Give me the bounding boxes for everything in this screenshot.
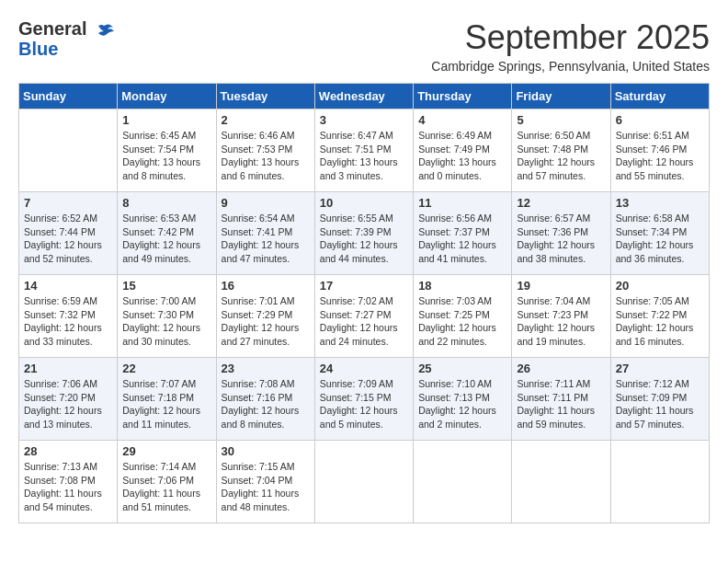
calendar-cell: 15Sunrise: 7:00 AMSunset: 7:30 PMDayligh…	[118, 275, 216, 358]
day-number: 7	[24, 196, 112, 210]
day-number: 21	[24, 362, 112, 375]
day-number: 23	[222, 362, 310, 375]
calendar-cell: 13Sunrise: 6:58 AMSunset: 7:34 PMDayligh…	[610, 192, 709, 275]
day-info: Sunrise: 7:14 AMSunset: 7:06 PMDaylight:…	[122, 460, 210, 514]
day-number: 28	[24, 444, 112, 458]
calendar-cell: 3Sunrise: 6:47 AMSunset: 7:51 PMDaylight…	[314, 109, 413, 192]
calendar-cell	[414, 441, 512, 523]
calendar-cell: 14Sunrise: 6:59 AMSunset: 7:32 PMDayligh…	[19, 275, 118, 358]
day-info: Sunrise: 6:59 AMSunset: 7:32 PMDaylight:…	[24, 294, 112, 349]
calendar-cell	[19, 109, 118, 192]
calendar-cell	[512, 441, 610, 523]
calendar-cell: 2Sunrise: 6:46 AMSunset: 7:53 PMDaylight…	[216, 109, 314, 192]
calendar-cell	[610, 441, 709, 523]
day-number: 20	[616, 279, 704, 293]
logo-bird-icon	[91, 18, 117, 44]
day-info: Sunrise: 7:15 AMSunset: 7:04 PMDaylight:…	[222, 460, 310, 514]
day-info: Sunrise: 7:11 AMSunset: 7:11 PMDaylight:…	[517, 377, 605, 431]
logo-blue: Blue	[18, 39, 58, 60]
calendar-cell: 11Sunrise: 6:56 AMSunset: 7:37 PMDayligh…	[414, 192, 512, 275]
calendar-cell: 21Sunrise: 7:06 AMSunset: 7:20 PMDayligh…	[19, 358, 118, 441]
calendar-cell: 8Sunrise: 6:53 AMSunset: 7:42 PMDaylight…	[118, 192, 216, 275]
calendar-header-row: SundayMondayTuesdayWednesdayThursdayFrid…	[19, 84, 710, 109]
calendar-cell: 26Sunrise: 7:11 AMSunset: 7:11 PMDayligh…	[512, 358, 610, 441]
weekday-header-thursday: Thursday	[414, 84, 512, 109]
day-number: 19	[517, 279, 605, 293]
weekday-header-tuesday: Tuesday	[216, 84, 314, 109]
day-info: Sunrise: 7:07 AMSunset: 7:18 PMDaylight:…	[122, 377, 210, 431]
day-number: 14	[24, 279, 112, 293]
weekday-header-saturday: Saturday	[610, 84, 709, 109]
day-info: Sunrise: 7:06 AMSunset: 7:20 PMDaylight:…	[24, 377, 112, 431]
day-info: Sunrise: 7:10 AMSunset: 7:13 PMDaylight:…	[418, 377, 506, 431]
calendar-cell: 4Sunrise: 6:49 AMSunset: 7:49 PMDaylight…	[414, 109, 512, 192]
logo: General Blue	[18, 18, 117, 60]
calendar-cell: 29Sunrise: 7:14 AMSunset: 7:06 PMDayligh…	[118, 441, 216, 523]
calendar-week-row: 7Sunrise: 6:52 AMSunset: 7:44 PMDaylight…	[19, 192, 710, 275]
calendar-cell: 25Sunrise: 7:10 AMSunset: 7:13 PMDayligh…	[414, 358, 512, 441]
day-info: Sunrise: 7:05 AMSunset: 7:22 PMDaylight:…	[616, 294, 704, 349]
calendar-cell: 9Sunrise: 6:54 AMSunset: 7:41 PMDaylight…	[216, 192, 314, 275]
day-info: Sunrise: 6:54 AMSunset: 7:41 PMDaylight:…	[222, 212, 310, 266]
day-info: Sunrise: 6:50 AMSunset: 7:48 PMDaylight:…	[517, 129, 605, 183]
day-number: 5	[517, 113, 605, 127]
day-info: Sunrise: 7:02 AMSunset: 7:27 PMDaylight:…	[320, 294, 408, 349]
day-number: 27	[616, 362, 704, 375]
day-info: Sunrise: 7:13 AMSunset: 7:08 PMDaylight:…	[24, 460, 112, 514]
day-info: Sunrise: 6:57 AMSunset: 7:36 PMDaylight:…	[517, 212, 605, 266]
calendar-cell: 19Sunrise: 7:04 AMSunset: 7:23 PMDayligh…	[512, 275, 610, 358]
day-number: 25	[418, 362, 506, 375]
day-number: 10	[320, 196, 408, 210]
calendar-table: SundayMondayTuesdayWednesdayThursdayFrid…	[18, 83, 710, 523]
day-number: 24	[320, 362, 408, 375]
day-number: 29	[122, 444, 210, 458]
day-info: Sunrise: 7:01 AMSunset: 7:29 PMDaylight:…	[222, 294, 310, 349]
day-number: 9	[222, 196, 310, 210]
day-info: Sunrise: 7:08 AMSunset: 7:16 PMDaylight:…	[222, 377, 310, 431]
day-info: Sunrise: 6:46 AMSunset: 7:53 PMDaylight:…	[222, 129, 310, 183]
day-number: 2	[222, 113, 310, 127]
day-info: Sunrise: 6:56 AMSunset: 7:37 PMDaylight:…	[418, 212, 506, 266]
logo-general: General	[18, 18, 86, 39]
day-info: Sunrise: 6:47 AMSunset: 7:51 PMDaylight:…	[320, 129, 408, 183]
calendar-cell: 30Sunrise: 7:15 AMSunset: 7:04 PMDayligh…	[216, 441, 314, 523]
weekday-header-friday: Friday	[512, 84, 610, 109]
day-info: Sunrise: 6:51 AMSunset: 7:46 PMDaylight:…	[616, 129, 704, 183]
calendar-cell: 5Sunrise: 6:50 AMSunset: 7:48 PMDaylight…	[512, 109, 610, 192]
day-info: Sunrise: 7:00 AMSunset: 7:30 PMDaylight:…	[122, 294, 210, 349]
calendar-cell: 20Sunrise: 7:05 AMSunset: 7:22 PMDayligh…	[610, 275, 709, 358]
location-subtitle: Cambridge Springs, Pennsylvania, United …	[431, 59, 710, 74]
calendar-cell: 24Sunrise: 7:09 AMSunset: 7:15 PMDayligh…	[314, 358, 413, 441]
day-number: 15	[122, 279, 210, 293]
day-number: 30	[222, 444, 310, 458]
day-number: 18	[418, 279, 506, 293]
day-number: 3	[320, 113, 408, 127]
day-number: 11	[418, 196, 506, 210]
day-number: 17	[320, 279, 408, 293]
day-info: Sunrise: 6:52 AMSunset: 7:44 PMDaylight:…	[24, 212, 112, 266]
calendar-cell: 1Sunrise: 6:45 AMSunset: 7:54 PMDaylight…	[118, 109, 216, 192]
day-info: Sunrise: 6:49 AMSunset: 7:49 PMDaylight:…	[418, 129, 506, 183]
day-info: Sunrise: 7:04 AMSunset: 7:23 PMDaylight:…	[517, 294, 605, 349]
calendar-cell: 17Sunrise: 7:02 AMSunset: 7:27 PMDayligh…	[314, 275, 413, 358]
day-info: Sunrise: 6:58 AMSunset: 7:34 PMDaylight:…	[616, 212, 704, 266]
title-area: September 2025 Cambridge Springs, Pennsy…	[431, 18, 710, 74]
day-number: 26	[517, 362, 605, 375]
calendar-cell: 7Sunrise: 6:52 AMSunset: 7:44 PMDaylight…	[19, 192, 118, 275]
calendar-cell: 22Sunrise: 7:07 AMSunset: 7:18 PMDayligh…	[118, 358, 216, 441]
calendar-week-row: 21Sunrise: 7:06 AMSunset: 7:20 PMDayligh…	[19, 358, 710, 441]
day-number: 22	[122, 362, 210, 375]
calendar-cell: 12Sunrise: 6:57 AMSunset: 7:36 PMDayligh…	[512, 192, 610, 275]
day-info: Sunrise: 6:53 AMSunset: 7:42 PMDaylight:…	[122, 212, 210, 266]
calendar-cell: 18Sunrise: 7:03 AMSunset: 7:25 PMDayligh…	[414, 275, 512, 358]
calendar-cell	[314, 441, 413, 523]
calendar-cell: 23Sunrise: 7:08 AMSunset: 7:16 PMDayligh…	[216, 358, 314, 441]
weekday-header-wednesday: Wednesday	[314, 84, 413, 109]
calendar-week-row: 1Sunrise: 6:45 AMSunset: 7:54 PMDaylight…	[19, 109, 710, 192]
day-number: 6	[616, 113, 704, 127]
day-number: 16	[222, 279, 310, 293]
day-info: Sunrise: 7:09 AMSunset: 7:15 PMDaylight:…	[320, 377, 408, 431]
day-number: 12	[517, 196, 605, 210]
day-info: Sunrise: 6:55 AMSunset: 7:39 PMDaylight:…	[320, 212, 408, 266]
day-number: 8	[122, 196, 210, 210]
